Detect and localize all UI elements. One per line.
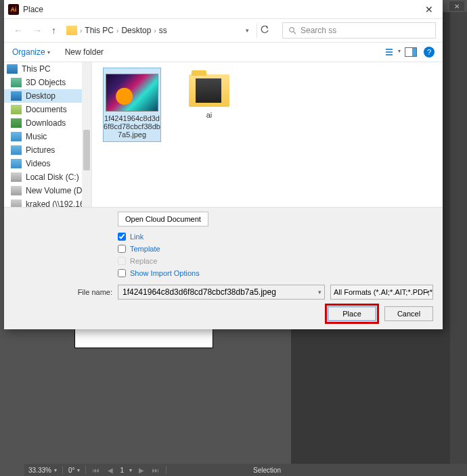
app-close-button[interactable]: ✕: [449, 1, 464, 11]
files-area[interactable]: 1f4241964c8d3d6f8cd78cbcf38db7a5.jpeg ai: [92, 62, 443, 207]
status-bar: 33.33%▾ 0°▾ ⏮ ◀ 1 ▾ ▶ ⏭ Selection: [24, 464, 467, 476]
show-import-checkbox[interactable]: [118, 269, 126, 277]
illustrator-window: — □ ✕ 33.33%▾ 0°▾ ⏮ ◀ 1 ▾ ▶ ⏭ Selection …: [0, 0, 467, 476]
zoom-value[interactable]: 33.33%: [28, 467, 51, 474]
search-icon: [288, 26, 296, 34]
sidebar: This PC3D ObjectsDesktopDocumentsDownloa…: [4, 62, 92, 207]
breadcrumb[interactable]: › This PC › Desktop › ss ▾: [63, 23, 252, 38]
refresh-icon: [260, 26, 269, 35]
replace-checkbox: [118, 257, 126, 265]
file-filter-select[interactable]: All Formats (*.AI;*.AIT;*.PDF;*.D ▾: [330, 285, 433, 300]
sidebar-item-downloads[interactable]: Downloads: [4, 116, 91, 130]
chevron-down-icon[interactable]: ▾: [54, 467, 57, 473]
disk-icon: [11, 172, 22, 182]
dialog-close-button[interactable]: ✕: [420, 3, 439, 16]
rotate-value[interactable]: 0°: [68, 467, 75, 474]
svg-point-0: [290, 28, 294, 32]
open-cloud-button[interactable]: Open Cloud Document: [118, 212, 208, 227]
new-folder-button[interactable]: New folder: [65, 47, 104, 57]
sidebar-item-3d-objects[interactable]: 3D Objects: [4, 76, 91, 89]
dialog-title: Place: [23, 5, 43, 14]
template-label[interactable]: Template: [130, 245, 160, 253]
show-import-label[interactable]: Show Import Options: [130, 269, 200, 277]
sidebar-item-pictures[interactable]: Pictures: [4, 143, 91, 157]
sidebar-item-videos[interactable]: Videos: [4, 157, 91, 170]
folder-icon: [189, 74, 229, 107]
replace-label: Replace: [130, 257, 157, 265]
sidebar-item-local-disk-c-[interactable]: Local Disk (C:): [4, 170, 91, 184]
page-value[interactable]: 1: [120, 467, 124, 474]
first-page-button[interactable]: ⏮: [91, 467, 101, 474]
chevron-down-icon[interactable]: ▾: [129, 467, 132, 473]
docs-icon: [11, 105, 22, 114]
search-input[interactable]: Search ss: [282, 22, 436, 39]
preview-pane-button[interactable]: [405, 47, 417, 57]
down-icon: [11, 118, 22, 128]
filename-label: File name:: [14, 288, 112, 296]
breadcrumb-item[interactable]: ss: [159, 26, 167, 35]
sidebar-item-label: Downloads: [26, 118, 66, 128]
sidebar-item-label: kraked (\\192.16: [26, 199, 85, 207]
ai-app-icon: Ai: [8, 4, 19, 15]
sidebar-item-label: New Volume (D:: [26, 186, 85, 195]
music-icon: [11, 132, 22, 141]
file-item-folder[interactable]: ai: [180, 68, 238, 119]
cancel-button[interactable]: Cancel: [384, 306, 433, 321]
refresh-button[interactable]: [257, 23, 271, 38]
sidebar-item-documents[interactable]: Documents: [4, 103, 91, 116]
link-label[interactable]: Link: [130, 233, 143, 241]
sidebar-item-label: This PC: [22, 64, 51, 74]
vids-icon: [11, 159, 22, 168]
disk-icon: [11, 186, 22, 195]
sidebar-item-desktop[interactable]: Desktop: [4, 89, 91, 103]
folder-icon: [66, 26, 77, 35]
sidebar-item-label: Music: [26, 132, 47, 141]
search-placeholder: Search ss: [301, 26, 336, 35]
sidebar-item-label: Pictures: [26, 145, 55, 155]
sidebar-item-kraked-192-16[interactable]: kraked (\\192.16: [4, 197, 91, 207]
breadcrumb-item[interactable]: Desktop: [121, 26, 151, 35]
sidebar-item-label: Desktop: [26, 91, 55, 101]
view-mode-button[interactable]: ▾: [386, 47, 398, 57]
help-button[interactable]: ?: [424, 47, 435, 57]
sidebar-item-new-volume-d-[interactable]: New Volume (D:: [4, 184, 91, 197]
sidebar-item-label: 3D Objects: [26, 78, 66, 87]
back-button[interactable]: ←: [11, 25, 26, 36]
up-button[interactable]: ↑: [49, 25, 59, 36]
sidebar-item-this-pc[interactable]: This PC: [4, 62, 91, 76]
image-thumbnail: [106, 74, 158, 112]
dialog-titlebar: Ai Place ✕: [4, 0, 443, 19]
disk-icon: [11, 199, 22, 207]
sidebar-item-label: Videos: [26, 159, 50, 168]
dialog-bottom-panel: Open Cloud Document Link Template Replac…: [4, 207, 443, 329]
sidebar-scrollbar[interactable]: [82, 62, 91, 207]
chevron-down-icon[interactable]: ▾: [246, 27, 249, 34]
tool-name: Selection: [253, 467, 281, 474]
obj3d-icon: [11, 78, 22, 87]
chevron-down-icon[interactable]: ▾: [318, 289, 321, 295]
chevron-down-icon[interactable]: ▾: [77, 467, 80, 473]
chevron-down-icon[interactable]: ▾: [426, 289, 430, 295]
place-dialog: Ai Place ✕ ← → ↑ › This PC › Desktop › s…: [4, 0, 443, 329]
sidebar-item-label: Documents: [26, 105, 67, 114]
dialog-navrow: ← → ↑ › This PC › Desktop › ss ▾ Search …: [4, 19, 443, 42]
prev-page-button[interactable]: ◀: [106, 467, 114, 474]
last-page-button[interactable]: ⏭: [151, 467, 160, 474]
sidebar-item-music[interactable]: Music: [4, 130, 91, 143]
breadcrumb-item[interactable]: This PC: [85, 26, 114, 35]
next-page-button[interactable]: ▶: [137, 467, 146, 474]
filename-input[interactable]: 1f4241964c8d3d6f8cd78cbcf38db7a5.jpeg ▾: [118, 285, 325, 300]
pc-icon: [7, 64, 18, 74]
place-button[interactable]: Place: [328, 306, 376, 321]
dialog-toolbar: Organize ▾ New folder ▾ ?: [4, 42, 443, 62]
side-toolbar: [450, 12, 467, 464]
pics-icon: [11, 145, 22, 155]
organize-menu[interactable]: Organize ▾: [12, 47, 50, 57]
link-checkbox[interactable]: [118, 233, 126, 241]
file-item-image[interactable]: 1f4241964c8d3d6f8cd78cbcf38db7a5.jpeg: [103, 68, 161, 142]
template-checkbox[interactable]: [118, 245, 126, 253]
desktop-icon: [11, 91, 22, 101]
sidebar-item-label: Local Disk (C:): [26, 172, 79, 182]
svg-line-1: [294, 32, 296, 34]
file-name: ai: [206, 111, 213, 119]
